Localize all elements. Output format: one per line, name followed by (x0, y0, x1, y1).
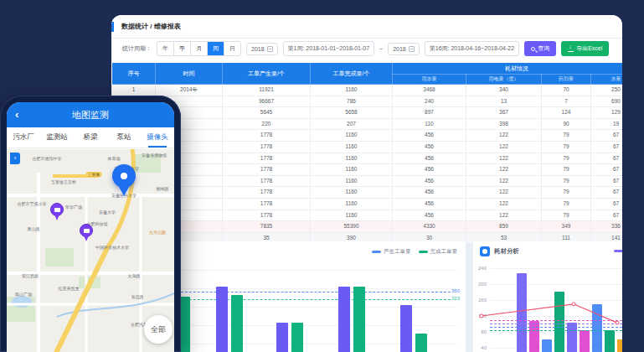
camera-pin[interactable] (80, 224, 95, 242)
phone-tab-桥梁[interactable]: 桥梁 (74, 127, 107, 148)
cell: 67 (591, 153, 623, 164)
cell: 79 (542, 210, 591, 221)
cell: 1160 (311, 85, 393, 96)
cell: 67 (591, 198, 623, 210)
cell: 349 (542, 221, 591, 233)
cell: 690 (591, 96, 623, 107)
cell: 70 (542, 85, 591, 96)
cell: 5645 (223, 107, 311, 119)
bar-完成工单量 (415, 334, 427, 352)
search-icon (531, 47, 535, 51)
cell: 786 (311, 96, 393, 107)
start-year-select[interactable]: 2018 (246, 43, 278, 55)
period-option-季[interactable]: 季 (173, 42, 190, 55)
phone-tab-监测站[interactable]: 监测站 (40, 127, 74, 148)
table-row: 11177811604561227967 (112, 198, 623, 210)
cell: 67 (591, 141, 623, 153)
table-row: 42202071103989019 (112, 118, 623, 130)
phone-header: ‹ 地图监测 (7, 102, 174, 127)
phone-mockup: ‹ 地图监测 污水厂监测站桥梁泵站摄像头 (0, 96, 181, 352)
bar-产生工单量 (276, 323, 288, 352)
cell: 1778 (223, 141, 311, 153)
end-week-range[interactable]: 第16周: 2018-04-16~2018-04-22 (425, 41, 519, 56)
download-icon (568, 46, 574, 52)
start-week-range[interactable]: 第1周: 2018-01-01~2018-01-07 (283, 41, 374, 56)
reference-value: 323 (451, 296, 460, 301)
phone-tab-摄像头[interactable]: 摄像头 (141, 127, 174, 148)
period-option-周[interactable]: 周 (207, 42, 224, 55)
phone-tab-bar: 污水厂监测站桥梁泵站摄像头 (7, 127, 174, 148)
cell: 5658 (311, 107, 393, 119)
cell: 456 (393, 164, 466, 176)
table-row: 12014年119211160346834070250 (112, 85, 623, 96)
table-row: 12177811604561227967 (112, 210, 623, 221)
bar-完成工单量 (231, 295, 243, 352)
cell: 1778 (223, 198, 311, 210)
cell: 122 (466, 164, 542, 176)
cell: 96667 (223, 96, 311, 107)
cell: 367 (466, 107, 542, 119)
bar (542, 339, 552, 352)
cell: 1160 (311, 175, 393, 187)
table-row: 5177811604561227967 (112, 130, 623, 142)
bar-完成工单量 (353, 287, 365, 352)
bar (517, 273, 527, 352)
reference-line (490, 324, 622, 324)
reference-line (490, 327, 622, 328)
show-all-button[interactable]: 全部 (144, 315, 173, 344)
cell: 90 (542, 118, 591, 130)
period-option-年[interactable]: 年 (157, 42, 173, 55)
cell: 1778 (223, 130, 311, 142)
map-label: 黄山路 (28, 226, 40, 231)
cell: 1 (112, 85, 156, 96)
cell: 67 (591, 210, 623, 221)
expand-panel-button[interactable]: › (10, 153, 20, 164)
consumable-bar-line-chart: 2402001601208040 (473, 241, 622, 352)
bar (554, 292, 564, 352)
sub-col: 药剂量 (542, 75, 591, 85)
breadcrumb-accent (111, 22, 114, 32)
calendar-icon (409, 46, 415, 52)
map-label: 红星美凯龙 (59, 286, 80, 291)
period-option-月[interactable]: 月 (190, 42, 207, 55)
export-excel-button[interactable]: 导出Excel (561, 41, 609, 56)
cell: 1778 (223, 175, 311, 187)
cell: 124 (542, 107, 591, 119)
cell: 1160 (311, 164, 393, 176)
map-label: 军学广场 (65, 204, 82, 210)
period-segmented-control: 年季月周日 (157, 41, 241, 56)
cell: 79 (542, 164, 591, 176)
map-label: 体育场 (108, 156, 121, 161)
y-axis-tick: 160 (473, 298, 487, 303)
bar (605, 330, 615, 352)
map-canvas[interactable]: 合肥市琥珀中学体育场安徽农业大学安徽省博物馆三里庵五里墩立交桥桐城路合肥市宁溪小… (7, 149, 174, 352)
map-label: 望江西路 (22, 273, 39, 278)
col-time: 时间 (156, 63, 223, 85)
period-label: 统计周期： (122, 44, 152, 53)
cell: 1160 (311, 141, 393, 153)
cell: 7835 (223, 221, 311, 233)
y-axis-tick: 240 (473, 266, 487, 271)
reference-line (490, 330, 622, 331)
phone-tab-污水厂[interactable]: 污水厂 (7, 127, 40, 148)
cell: 456 (393, 187, 466, 199)
cell: 1160 (311, 153, 393, 164)
range-separator: ~ (379, 46, 383, 52)
cell: 859 (466, 221, 542, 233)
end-year-select[interactable]: 2018 (388, 43, 420, 55)
calendar-icon (267, 46, 273, 52)
selected-location-pin[interactable] (111, 164, 139, 201)
cell: 4330 (393, 221, 466, 233)
filter-bar: 统计周期： 年季月周日 2018 第1周: 2018-01-01~2018-01… (111, 39, 622, 59)
bar-产生工单量 (216, 287, 228, 352)
back-icon[interactable]: ‹ (15, 102, 18, 127)
cell: 456 (393, 175, 466, 187)
search-button[interactable]: 查询 (524, 41, 556, 56)
camera-pin[interactable] (50, 203, 65, 221)
cell: 2014年 (156, 85, 223, 96)
table-row: 8177811604561227967 (112, 164, 623, 176)
period-option-日[interactable]: 日 (224, 42, 240, 55)
reference-line (490, 320, 622, 321)
phone-tab-泵站[interactable]: 泵站 (107, 127, 141, 148)
map-label: 桐城路 (157, 186, 169, 191)
